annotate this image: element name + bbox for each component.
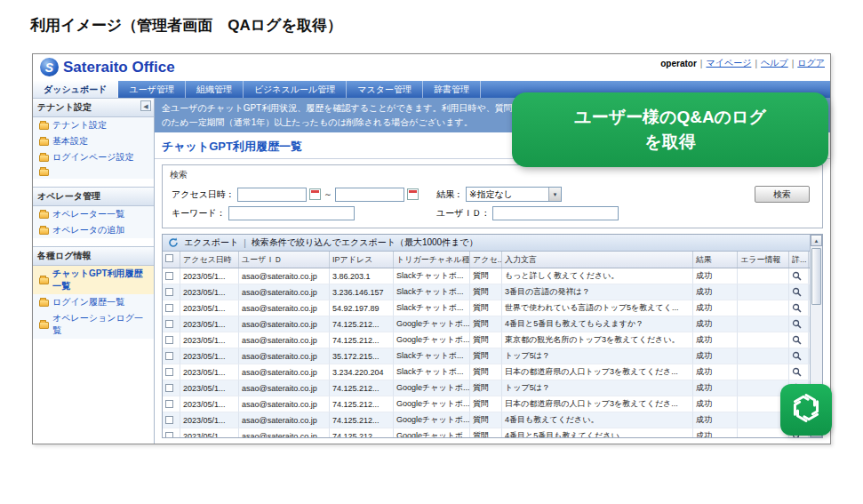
access-date-from-input[interactable] [237,188,307,202]
row-checkbox[interactable] [165,272,173,280]
callout-line1: ユーザー様のQ&Aのログ [574,105,766,131]
table-row[interactable]: 2023/05/1...asao@sateraito.co.jp54.92.19… [163,300,810,316]
column-header-input-text[interactable]: 入力文言 [502,252,693,268]
user-id-input[interactable] [492,206,619,220]
tab-business-rules[interactable]: ビジネスルール管理 [244,81,347,98]
table-row[interactable]: 2023/05/1...asao@sateraito.co.jp74.125.2… [163,316,810,332]
sidebar-item-blank[interactable] [33,165,154,179]
user-id-label: ユーザＩＤ： [436,207,490,220]
column-header-access-date[interactable]: アクセス日時 [180,252,239,268]
row-checkbox[interactable] [165,400,173,408]
sidebar-item-add-operator[interactable]: オペレータの追加 [33,222,154,238]
column-header-user-id[interactable]: ユーザＩＤ [239,252,330,268]
detail-icon[interactable] [792,319,802,329]
cell-input-text: 4番目と5番目も教えてもらえますか？ [502,316,693,332]
table-row[interactable]: 2023/05/1...asao@sateraito.co.jp74.125.2… [163,332,810,348]
sidebar-item-tenant-settings[interactable]: テナント設定 [33,117,154,133]
sidebar-item-operator-list[interactable]: オペレーター一覧 [33,206,154,222]
calendar-icon[interactable] [407,188,419,200]
table-row[interactable]: 2023/05/1...asao@sateraito.co.jp3.234.22… [163,364,810,380]
column-header-select[interactable] [163,252,180,268]
row-checkbox[interactable] [165,336,173,344]
detail-icon[interactable] [792,367,802,377]
folder-icon [39,322,49,329]
toolbar-separator: | [244,238,246,248]
scroll-thumb[interactable] [811,248,821,305]
link-separator: | [700,59,703,68]
row-checkbox[interactable] [165,384,173,392]
row-checkbox[interactable] [165,416,173,424]
refresh-icon[interactable] [168,237,179,248]
cell-access-type: 質問 [470,268,502,284]
table-row[interactable]: 2023/05/1...asao@sateraito.co.jp3.236.14… [163,284,810,300]
search-button[interactable]: 検索 [755,186,810,203]
sidebar-item-label: テナント設定 [52,119,107,132]
folder-icon [39,123,49,130]
detail-icon[interactable] [792,287,802,297]
row-checkbox[interactable] [165,304,173,312]
row-checkbox[interactable] [165,432,173,437]
link-help[interactable]: ヘルプ [761,57,788,69]
filtered-export-button[interactable]: 検索条件で絞り込んでエクスポート（最大1000件まで） [252,236,478,249]
detail-icon[interactable] [792,335,802,345]
table-row[interactable]: 2023/05/1...asao@sateraito.co.jp74.125.2… [163,412,810,428]
result-select-value: ※指定なし [467,188,548,201]
cell-ip-address: 3.236.146.157 [330,284,394,300]
column-header-access-type[interactable]: アクセ... [470,252,502,268]
date-range-separator: ～ [324,188,332,201]
cell-access-date: 2023/05/1... [180,364,239,380]
cell-access-type: 質問 [470,300,502,316]
open-folder-icon [39,277,49,284]
cell-select [163,364,180,380]
search-panel-label: 検索 [170,169,815,181]
table-row[interactable]: 2023/05/1...asao@sateraito.co.jp35.172.2… [163,348,810,364]
cell-user-id: asao@sateraito.co.jp [239,412,330,428]
cell-access-type: 質問 [470,412,502,428]
cell-user-id: asao@sateraito.co.jp [239,316,330,332]
result-select[interactable]: ※指定なし ▼ [466,187,562,202]
sidebar-item-operation-log[interactable]: オペレーションログ一覧 [33,310,154,339]
keyword-input[interactable] [228,206,355,220]
cell-access-date: 2023/05/1... [180,268,239,284]
tab-dictionary[interactable]: 辞書管理 [423,81,481,98]
table-row[interactable]: 2023/05/1...asao@sateraito.co.jp74.125.2… [163,428,810,437]
search-panel: 検索 アクセス日時： ～ 結果： ※指定なし ▼ [162,164,823,228]
sidebar-item-chatgpt-usage-log[interactable]: チャットGPT利用履歴一覧 [33,266,154,294]
detail-icon[interactable] [792,303,802,313]
row-checkbox[interactable] [165,320,173,328]
cell-trigger-channel: Slackチャットボ... [394,364,470,380]
cell-access-date: 2023/05/1... [180,412,239,428]
table-row[interactable]: 2023/05/1...asao@sateraito.co.jp74.125.2… [163,396,810,412]
column-header-error-info[interactable]: エラー情報 [738,252,789,268]
table-row[interactable]: 2023/05/1...asao@sateraito.co.jp74.125.2… [163,380,810,396]
cell-select [163,396,180,412]
scroll-up-button[interactable]: ▲ [811,235,822,246]
calendar-icon[interactable] [309,188,321,200]
row-checkbox[interactable] [165,368,173,376]
tab-user-management[interactable]: ユーザ管理 [118,81,185,98]
tab-org-management[interactable]: 組織管理 [186,81,244,98]
detail-icon[interactable] [792,271,802,281]
column-header-result[interactable]: 結果 [693,252,738,268]
column-header-ip-address[interactable]: IPアドレス [330,252,394,268]
select-all-checkbox[interactable] [165,254,173,262]
sidebar-item-login-page-settings[interactable]: ログインページ設定 [33,149,154,165]
link-logout[interactable]: ログア [797,57,825,69]
tab-master-management[interactable]: マスター管理 [347,81,423,98]
tab-dashboard[interactable]: ダッシュボード [33,81,118,98]
keyword-label: キーワード： [172,207,226,220]
column-header-trigger-channel[interactable]: トリガーチャネル種別 [394,252,470,268]
row-checkbox[interactable] [165,288,173,296]
cell-access-date: 2023/05/1... [180,380,239,396]
column-header-detail[interactable]: 詳... [789,252,809,268]
collapse-sidebar-button[interactable]: ◀ [140,100,151,111]
cell-select [163,300,180,316]
sidebar-item-login-history[interactable]: ログイン履歴一覧 [33,294,154,310]
export-button[interactable]: エクスポート [184,236,238,249]
table-row[interactable]: 2023/05/1...asao@sateraito.co.jp3.86.203… [163,268,810,284]
link-mypage[interactable]: マイページ [706,57,751,69]
sidebar-item-basic-settings[interactable]: 基本設定 [33,133,154,149]
detail-icon[interactable] [792,351,802,361]
row-checkbox[interactable] [165,352,173,360]
access-date-to-input[interactable] [335,188,404,202]
